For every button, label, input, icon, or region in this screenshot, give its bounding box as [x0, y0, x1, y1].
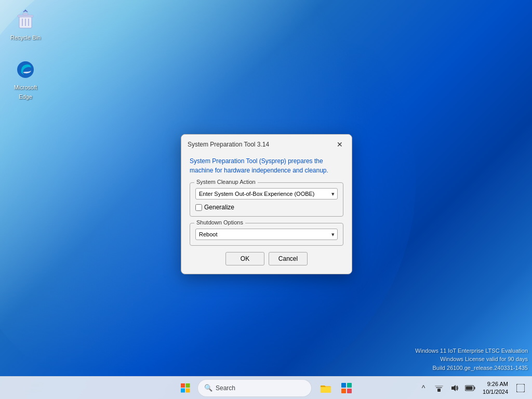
search-icon: 🔍	[204, 384, 212, 392]
svg-rect-8	[186, 383, 190, 388]
generalize-checkbox[interactable]	[195, 204, 202, 211]
volume-tray-icon[interactable]	[447, 381, 462, 395]
clock-time: 9:26 AM	[487, 380, 508, 388]
file-explorer-icon	[320, 382, 331, 394]
battery-icon	[465, 384, 475, 392]
notification-center-icon[interactable]	[513, 381, 528, 395]
watermark-line1: Windows 11 IoT Enterprise LTSC Evaluatio…	[415, 347, 528, 355]
generalize-label: Generalize	[204, 204, 234, 211]
taskbar-center: 🔍 Search	[176, 378, 356, 398]
notifications-icon	[516, 384, 525, 392]
cancel-button[interactable]: Cancel	[269, 252, 308, 265]
svg-rect-2	[23, 13, 28, 15]
svg-rect-18	[436, 387, 442, 388]
svg-rect-12	[321, 387, 331, 393]
dialog-titlebar: System Preparation Tool 3.14 ✕	[181, 135, 352, 153]
svg-rect-15	[341, 389, 346, 393]
shutdown-options-group: Shutdown Options Reboot Shutdown Quit ▾	[190, 223, 343, 246]
cleanup-action-wrapper: Enter System Out-of-Box Experience (OOBE…	[195, 188, 338, 200]
file-explorer-taskbar-icon[interactable]	[316, 378, 336, 398]
svg-rect-10	[186, 388, 190, 392]
clock-date: 10/1/2024	[483, 388, 508, 395]
svg-rect-13	[341, 383, 346, 388]
network-icon	[435, 384, 443, 392]
dialog-body: System Preparation Tool (Sysprep) prepar…	[181, 153, 352, 274]
svg-marker-20	[451, 385, 456, 391]
store-icon	[341, 382, 352, 394]
svg-rect-14	[347, 383, 352, 388]
shutdown-options-wrapper: Reboot Shutdown Quit ▾	[195, 229, 338, 240]
sysprep-dialog: System Preparation Tool 3.14 ✕ System Pr…	[181, 134, 352, 274]
recycle-bin-label: Recycle Bin	[10, 34, 41, 41]
microsoft-edge-label: MicrosoftEdge	[14, 84, 37, 100]
svg-rect-19	[435, 385, 443, 387]
shutdown-options-dropdown[interactable]: Reboot Shutdown Quit	[195, 229, 338, 240]
svg-rect-1	[18, 15, 33, 17]
cleanup-action-dropdown[interactable]: Enter System Out-of-Box Experience (OOBE…	[195, 188, 338, 200]
watermark: Windows 11 IoT Enterprise LTSC Evaluatio…	[415, 347, 528, 373]
dialog-description: System Preparation Tool (Sysprep) prepar…	[190, 156, 343, 175]
store-taskbar-icon[interactable]	[337, 378, 356, 398]
network-tray-icon[interactable]	[432, 381, 446, 395]
battery-tray-icon[interactable]	[463, 381, 477, 395]
system-cleanup-group: System Cleanup Action Enter System Out-o…	[190, 182, 343, 217]
svg-rect-16	[347, 389, 352, 393]
system-cleanup-label: System Cleanup Action	[194, 179, 258, 185]
desktop: Recycle Bin MicrosoftEdge System Prepara…	[0, 0, 532, 399]
dialog-title: System Preparation Tool 3.14	[188, 141, 269, 148]
taskbar-middle-icons	[316, 378, 356, 398]
svg-rect-22	[474, 387, 475, 389]
svg-rect-17	[437, 389, 441, 392]
volume-icon	[450, 384, 459, 392]
dialog-buttons: OK Cancel	[190, 252, 343, 265]
taskbar: 🔍 Search	[0, 376, 532, 399]
search-label: Search	[216, 384, 235, 392]
start-button[interactable]	[176, 378, 195, 398]
close-button[interactable]: ✕	[334, 139, 345, 150]
svg-rect-7	[181, 383, 185, 388]
recycle-bin-icon[interactable]: Recycle Bin	[7, 7, 44, 44]
svg-rect-9	[181, 388, 185, 392]
search-box[interactable]: 🔍 Search	[197, 379, 312, 397]
windows-logo-icon	[181, 383, 190, 393]
watermark-line3: Build 26100.ge_release.240331-1435	[415, 364, 528, 373]
microsoft-edge-icon[interactable]: MicrosoftEdge	[7, 57, 44, 103]
ok-button[interactable]: OK	[225, 252, 264, 265]
svg-rect-24	[516, 384, 525, 392]
chevron-tray-icon[interactable]: ^	[416, 381, 431, 395]
chevron-up-icon: ^	[422, 384, 425, 392]
watermark-line2: Windows License valid for 90 days	[415, 355, 528, 364]
shutdown-options-label: Shutdown Options	[194, 219, 245, 225]
clock[interactable]: 9:26 AM 10/1/2024	[478, 380, 512, 395]
generalize-row: Generalize	[195, 204, 338, 211]
svg-rect-23	[466, 386, 473, 390]
taskbar-right: ^	[416, 377, 532, 400]
svg-point-6	[17, 61, 34, 78]
